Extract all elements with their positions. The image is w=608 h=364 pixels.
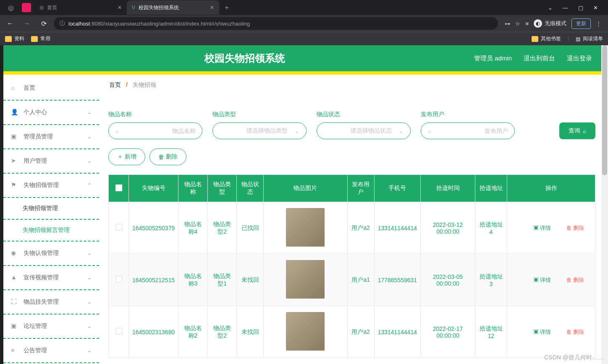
sidebar-item-11[interactable]: ≡公告管理⌄ xyxy=(3,339,99,363)
cell: 物品类型1 xyxy=(207,254,237,306)
cell xyxy=(109,306,129,358)
forward-button[interactable]: → xyxy=(20,17,34,30)
reading-list[interactable]: ▤阅读清单 xyxy=(576,35,603,42)
tab-label: 首页 xyxy=(47,4,57,11)
cell: 已找回 xyxy=(237,202,264,254)
search-button[interactable]: 查询 ⌕ xyxy=(559,122,595,139)
sidebar-item-10[interactable]: ▣论坛管理⌄ xyxy=(3,315,99,339)
add-button[interactable]: ＋新增 xyxy=(108,148,145,165)
close-window-icon[interactable]: ✕ xyxy=(593,5,598,11)
globe-icon[interactable]: ◎ xyxy=(3,0,18,15)
app-root: 校园失物招领系统 管理员 admin 退出到前台 退出登录 ⌂首页👤个人中心⌄▣… xyxy=(3,45,605,364)
filter-status-select[interactable]: 请选择物品状态 ⌄ xyxy=(317,122,411,139)
sidebar-item-9[interactable]: ⛶物品挂失管理⌄ xyxy=(3,290,99,315)
back-button[interactable]: ← xyxy=(3,17,17,30)
expand-icon: ⛶ xyxy=(11,298,18,306)
new-tab-button[interactable]: ＋ xyxy=(219,3,234,12)
row-delete-button[interactable]: 🗑 删除 xyxy=(563,276,587,285)
chevron-down-icon: ⌄ xyxy=(87,109,92,115)
tab-home[interactable]: ◎ 首页 ✕ xyxy=(34,0,127,15)
chevron-down-icon[interactable]: ⌄ xyxy=(548,5,553,11)
reload-button[interactable]: ⟳ xyxy=(37,17,50,30)
item-image[interactable] xyxy=(286,260,325,299)
app-icon[interactable] xyxy=(22,3,31,12)
minimize-icon[interactable]: — xyxy=(563,5,568,11)
row-delete-button[interactable]: 🗑 删除 xyxy=(563,224,587,233)
folder-icon xyxy=(5,36,12,42)
cell: 2022-03-12 00:00:00 xyxy=(421,202,475,254)
sidebar-item-0[interactable]: ⌂首页 xyxy=(3,76,99,101)
sidebar-item-6[interactable]: 失物招领留言管理 xyxy=(3,220,99,242)
menu-icon: ≡ xyxy=(11,347,18,354)
sidebar-item-2[interactable]: ▣管理员管理⌄ xyxy=(3,125,99,149)
app-header: 校园失物招领系统 管理员 admin 退出到前台 退出登录 xyxy=(3,45,605,71)
folder-icon xyxy=(31,36,38,42)
col-header-1: 失物编号 xyxy=(129,175,178,202)
col-header-6: 发布用户 xyxy=(347,175,374,202)
col-header-4: 物品状态 xyxy=(237,175,264,202)
send-icon: ➤ xyxy=(11,157,18,165)
url-input[interactable]: ⓘ localhost:8080/xiaoyuansiwuzhaoling/ad… xyxy=(54,17,498,30)
close-icon[interactable]: ✕ xyxy=(118,5,122,10)
filter-type-select[interactable]: 请选择物品类型 ⌄ xyxy=(212,122,307,139)
key-icon[interactable]: ⊶ xyxy=(505,21,510,27)
col-header-8: 拾遗时间 xyxy=(421,175,475,202)
cell: 177885559631 xyxy=(374,254,420,306)
filter-name-input[interactable]: ⌕ xyxy=(108,122,202,139)
folder-icon xyxy=(532,36,538,42)
cell: 物品类型2 xyxy=(207,202,237,254)
sidebar-item-7[interactable]: ◉失物认领管理⌄ xyxy=(3,242,99,266)
star-icon[interactable]: ☆ xyxy=(515,21,520,27)
user-field[interactable] xyxy=(435,127,508,134)
scrollbar[interactable] xyxy=(601,45,608,364)
sidebar-item-4[interactable]: ⚑失物招领管理⌃ xyxy=(3,174,99,198)
row-checkbox[interactable] xyxy=(115,328,122,335)
bookmark-label: 资料 xyxy=(14,35,24,42)
col-header-2: 物品名称 xyxy=(178,175,208,202)
tab-current[interactable]: V 校园失物招领系统 ✕ xyxy=(127,0,219,15)
item-image[interactable] xyxy=(286,312,325,351)
trash-icon: 🗑 xyxy=(158,153,164,160)
breadcrumb-home[interactable]: 首页 xyxy=(109,81,121,88)
data-table: 失物编号物品名称物品类型物品状态物品图片发布用户手机号拾遗时间拾遗地址操作 16… xyxy=(108,174,595,358)
row-checkbox[interactable] xyxy=(115,224,122,231)
sidebar-item-8[interactable]: ▲宣传视频管理⌄ xyxy=(3,266,99,290)
detail-button[interactable]: ▣ 详情 xyxy=(531,328,554,337)
cell: 物品名称3 xyxy=(178,254,208,306)
sidebar-item-1[interactable]: 👤个人中心⌄ xyxy=(3,101,99,125)
settings-icon[interactable]: ≡ xyxy=(525,21,529,27)
detail-button[interactable]: ▣ 详情 xyxy=(531,276,554,285)
delete-button[interactable]: 🗑删除 xyxy=(149,148,186,165)
bookmark-item[interactable]: 资料 xyxy=(5,35,24,42)
detail-button[interactable]: ▣ 详情 xyxy=(531,224,554,233)
user-icon: 👤 xyxy=(11,109,18,116)
other-bookmarks[interactable]: 其他书签 xyxy=(532,35,561,42)
cell xyxy=(263,254,347,306)
close-icon[interactable]: ✕ xyxy=(210,5,214,10)
current-user[interactable]: 管理员 admin xyxy=(474,55,512,62)
chat-icon: ▣ xyxy=(11,322,18,330)
eye-icon: ◉ xyxy=(11,250,18,257)
logout-link[interactable]: 退出登录 xyxy=(567,55,592,62)
row-delete-button[interactable]: 🗑 删除 xyxy=(563,328,587,337)
cell xyxy=(109,254,129,306)
update-button[interactable]: 更新 xyxy=(571,18,591,29)
chevron-up-icon: ⌃ xyxy=(87,182,92,188)
cell: 物品类型2 xyxy=(207,306,237,358)
menu-icon[interactable]: ⋮ xyxy=(596,21,601,27)
sidebar-item-5[interactable]: 失物招领管理 xyxy=(3,198,99,220)
chevron-down-icon: ⌄ xyxy=(87,348,92,354)
breadcrumb-sep: / xyxy=(126,81,128,88)
sidebar-item-label: 失物招领留言管理 xyxy=(23,226,70,234)
bookmark-item[interactable]: 常用 xyxy=(31,35,50,42)
chevron-down-icon: ⌄ xyxy=(87,275,92,281)
row-checkbox[interactable] xyxy=(115,276,122,283)
checkbox-all[interactable] xyxy=(115,185,122,191)
to-front-link[interactable]: 退出到前台 xyxy=(524,55,555,62)
filter-user-input[interactable]: ⌕ xyxy=(421,122,515,139)
maximize-icon[interactable]: ▢ xyxy=(578,5,583,11)
chevron-down-icon: ⌄ xyxy=(294,127,299,134)
name-field[interactable] xyxy=(122,127,196,134)
sidebar-item-3[interactable]: ➤用户管理⌄ xyxy=(3,149,99,174)
item-image[interactable] xyxy=(286,208,325,247)
